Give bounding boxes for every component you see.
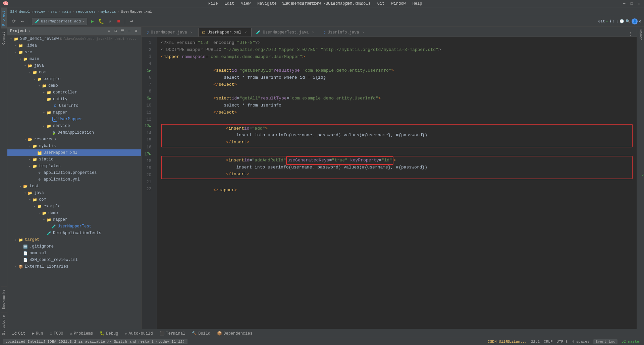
bc-mybatis[interactable]: mybatis: [101, 10, 116, 14]
panel-tab-project[interactable]: Project: [1, 7, 7, 28]
project-collapse-all[interactable]: ⊟: [113, 28, 118, 34]
debug-button[interactable]: 🐛: [97, 18, 105, 25]
tree-item-test-demo[interactable]: ▾ 📁 demo: [7, 210, 141, 216]
close-button[interactable]: ✕: [637, 1, 641, 6]
tree-item-pom[interactable]: 📄 pom.xml: [7, 250, 141, 257]
bb-auto-build[interactable]: △ Auto-build: [123, 330, 155, 337]
run-button[interactable]: ▶: [89, 18, 96, 25]
tab-close-usermapper-xml[interactable]: ✕: [243, 30, 248, 35]
tree-item-gitignore[interactable]: 🔤 .gitignore: [7, 243, 141, 250]
tree-item-extlibs[interactable]: ▸ 📦 External Libraries: [7, 263, 141, 270]
menu-navigate[interactable]: Navigate: [256, 1, 278, 7]
bb-run[interactable]: ▶ Run: [30, 330, 45, 337]
tree-item-target[interactable]: ▸ 📁 target: [7, 236, 141, 243]
project-settings[interactable]: ⚙: [133, 28, 139, 34]
tree-item-java[interactable]: ▾ 📂 java: [7, 62, 141, 69]
panel-tab-structure[interactable]: Structure: [1, 312, 7, 338]
tab-close-usermapper-java[interactable]: ✕: [189, 30, 194, 35]
tree-item-appprops[interactable]: ⚙ application.properties: [7, 169, 141, 176]
git-settings[interactable]: ⚙: [639, 19, 641, 23]
bc-root[interactable]: SSM_demo1_review: [10, 10, 46, 14]
tree-item-test-java[interactable]: ▾ 📂 java: [7, 190, 141, 196]
bb-terminal[interactable]: ⬛ Terminal: [158, 330, 187, 337]
bb-git[interactable]: ⎇ Git: [10, 330, 28, 337]
tree-item-iml[interactable]: 📄 SSM_demo1_review.iml: [7, 257, 141, 263]
code-editor[interactable]: 1 2 3 4 5 ▶ 6 7 8 9 ▶ 10 11 12 1: [142, 37, 637, 329]
tree-item-appyml[interactable]: ⚙ application.yml: [7, 176, 141, 183]
back-button[interactable]: ←: [19, 18, 26, 25]
tree-item-test[interactable]: ▾ 📂 test: [7, 183, 141, 190]
panel-tab-bookmarks[interactable]: Bookmarks: [1, 286, 7, 312]
statusbar-branch[interactable]: ⎇ master: [622, 339, 641, 344]
tree-item-test-mapper[interactable]: ▾ 📁 mapper: [7, 216, 141, 223]
bb-problems[interactable]: ⚠ Problems: [68, 330, 95, 337]
tree-item-main[interactable]: ▾ 📁 main: [7, 56, 141, 62]
tree-item-src[interactable]: ▾ 📁 src: [7, 49, 141, 56]
statusbar-position[interactable]: 22:1: [531, 340, 540, 344]
bc-src[interactable]: src: [50, 10, 57, 14]
statusbar-csdn[interactable]: CSDN @11知Lilan...: [488, 339, 527, 344]
coverage-button[interactable]: ⚡: [106, 18, 113, 25]
menu-git[interactable]: Git: [376, 1, 386, 7]
bb-dependencies[interactable]: 📦 Dependencies: [215, 330, 254, 337]
tree-item-usermappertest[interactable]: 🧪 UserMapperTest: [7, 223, 141, 230]
tree-item-static[interactable]: ▸ 📁 static: [7, 156, 141, 163]
tabs-more-button[interactable]: ⋮: [626, 31, 635, 37]
tree-item-example[interactable]: ▾ 📁 example: [7, 76, 141, 82]
statusbar-indent[interactable]: 4 spaces: [572, 340, 590, 344]
statusbar-encoding[interactable]: UTF-8: [557, 340, 568, 344]
run-config-selector[interactable]: 🧪 UserMapperTest.add ▾: [32, 18, 87, 25]
tree-item-test-example[interactable]: ▾ 📁 example: [7, 203, 141, 210]
bb-todo[interactable]: ☑ TODO: [48, 330, 65, 337]
rpanel-tab-maven[interactable]: Maven: [638, 27, 644, 43]
stop-button[interactable]: ■: [115, 18, 122, 25]
tree-item-test-com[interactable]: ▾ 📁 com: [7, 196, 141, 203]
tree-item-demoapplicationtests[interactable]: 🧪 DemoApplicationTests: [7, 230, 141, 236]
git-search[interactable]: 🔍: [626, 19, 630, 23]
bb-debug[interactable]: 🐛 Debug: [98, 330, 120, 337]
undo-button[interactable]: ↩: [128, 18, 135, 25]
tree-item-usermapperxml[interactable]: 🗂️ UserMapper.xml: [7, 149, 141, 156]
tab-close-userinfo[interactable]: ✕: [361, 30, 366, 35]
tree-item-demoapplication[interactable]: 🍃 DemoApplication: [7, 129, 141, 136]
tab-close-usermappertest[interactable]: ✕: [311, 30, 315, 35]
project-dropdown-icon[interactable]: ▾: [28, 29, 30, 33]
tree-item-userinfo[interactable]: C UserInfo: [7, 102, 141, 109]
tree-item-controller[interactable]: ▸ 📁 controller: [7, 89, 141, 96]
tree-item-entity[interactable]: ▾ 📁 entity: [7, 96, 141, 102]
tree-item-mybatis[interactable]: ▾ 📁 mybatis: [7, 143, 141, 149]
code-content[interactable]: <?xml version="1.0" encoding="UTF-8"?> <…: [157, 37, 637, 329]
statusbar-linesep[interactable]: CRLF: [544, 340, 552, 344]
menu-edit[interactable]: Edit: [223, 1, 235, 7]
tree-item-service[interactable]: ▸ 📁 service: [7, 123, 141, 129]
tab-userinfo-java[interactable]: J UserInfo.java ✕: [320, 28, 369, 37]
project-scroll-from-source[interactable]: ⊙: [106, 28, 112, 34]
tab-usermappertest-java[interactable]: 🧪 UserMapperTest.java ✕: [252, 28, 319, 37]
tree-item-root[interactable]: ▾ 📁 SSM_demo1_review D:\Java\code\test_j…: [7, 36, 141, 42]
tree-item-usermapper[interactable]: I UserMapper: [7, 116, 141, 123]
vcs-update-button[interactable]: ⟳: [10, 18, 17, 25]
project-minimize[interactable]: ─: [126, 28, 132, 34]
panel-tab-commit[interactable]: Commit: [1, 28, 7, 48]
menu-view[interactable]: View: [239, 1, 252, 7]
bc-main[interactable]: main: [62, 10, 71, 14]
minimize-button[interactable]: ─: [622, 1, 627, 6]
statusbar-eventlog[interactable]: Event Log: [593, 339, 617, 344]
menu-window[interactable]: Window: [390, 1, 407, 7]
bb-build[interactable]: 🔨 Build: [190, 330, 212, 337]
tree-item-templates[interactable]: ▸ 📁 templates: [7, 163, 141, 169]
project-options[interactable]: ☰: [120, 28, 125, 34]
tree-item-resources[interactable]: ▾ 📂 resources: [7, 136, 141, 143]
bc-file[interactable]: UserMapper.xml: [121, 10, 152, 14]
statusbar-info[interactable]: Localized IntelliJ IDEA 2021.3.2 is avai…: [3, 339, 187, 344]
menu-help[interactable]: Help: [411, 1, 424, 7]
tab-usermapper-xml[interactable]: 🗂 UserMapper.xml ✕: [198, 28, 252, 37]
menu-file[interactable]: File: [207, 1, 219, 7]
bc-resources[interactable]: resources: [76, 10, 96, 14]
tree-item-idea[interactable]: ▸ 📁 .idea: [7, 42, 141, 49]
maximize-button[interactable]: □: [629, 1, 634, 6]
tab-usermapper-java[interactable]: J UserMapper.java ✕: [143, 28, 198, 37]
tree-item-com[interactable]: ▾ 📁 com: [7, 69, 141, 76]
tree-item-mapper[interactable]: ▾ 📁 mapper: [7, 109, 141, 116]
tree-item-demo[interactable]: ▾ 📁 demo: [7, 82, 141, 89]
